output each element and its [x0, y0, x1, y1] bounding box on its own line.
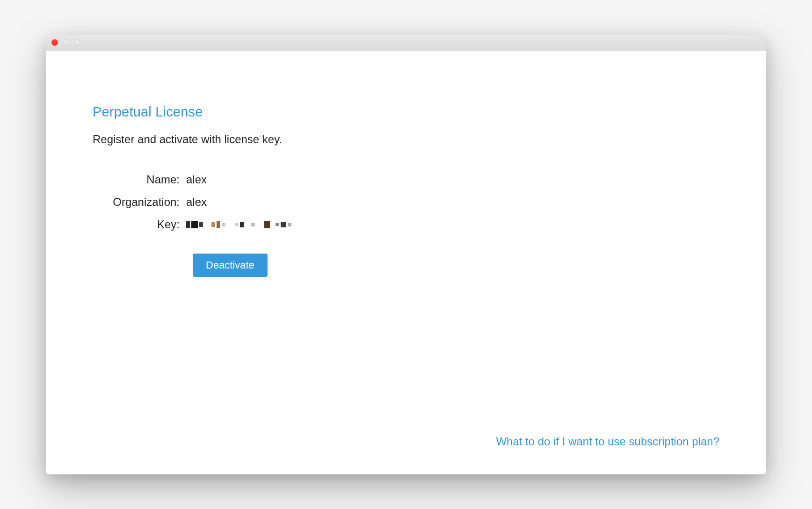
name-row: Name: alex — [93, 173, 719, 186]
organization-label: Organization: — [93, 196, 186, 209]
license-window: Perpetual License Register and activate … — [46, 35, 766, 474]
window-titlebar — [46, 35, 766, 51]
organization-value: alex — [186, 196, 719, 209]
deactivate-button[interactable]: Deactivate — [193, 254, 268, 277]
subscription-help-link[interactable]: What to do if I want to use subscription… — [496, 435, 719, 448]
obscured-key-pixels — [186, 220, 719, 229]
minimize-button[interactable] — [63, 39, 69, 46]
page-title: Perpetual License — [93, 104, 719, 120]
zoom-button[interactable] — [74, 39, 80, 46]
license-content: Perpetual License Register and activate … — [46, 51, 766, 474]
name-value: alex — [186, 173, 719, 186]
window-controls — [51, 39, 80, 46]
close-button[interactable] — [51, 39, 58, 46]
organization-row: Organization: alex — [93, 196, 719, 209]
page-subtitle: Register and activate with license key. — [93, 133, 719, 146]
key-value-obscured — [186, 220, 719, 229]
key-row: Key: — [93, 218, 719, 231]
key-label: Key: — [93, 218, 186, 231]
action-row: Deactivate — [93, 254, 719, 277]
name-label: Name: — [93, 173, 186, 186]
